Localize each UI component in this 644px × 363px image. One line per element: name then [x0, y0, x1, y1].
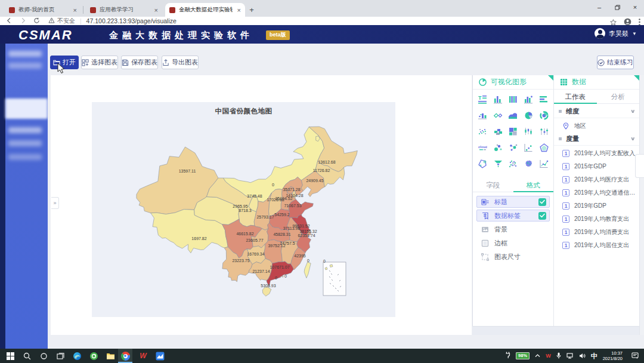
network-display-icon[interactable]: [566, 350, 574, 361]
save-chart-button[interactable]: 保存图表: [121, 56, 158, 69]
cortana-icon[interactable]: [36, 349, 51, 363]
tab-worksheet[interactable]: 工作表: [554, 90, 597, 103]
chart-type-scatter-line-icon[interactable]: [539, 159, 549, 169]
chart-type-histogram-icon[interactable]: [524, 94, 534, 104]
chevron-down-icon[interactable]: ∨: [630, 136, 635, 141]
chart-type-radar-icon[interactable]: [539, 143, 549, 153]
csmar-client-icon[interactable]: [153, 349, 167, 363]
measure-item[interactable]: 12019年人均消费支出: [554, 226, 639, 239]
chevron-down-icon[interactable]: ∨: [630, 109, 635, 114]
chart-type-china-map-icon[interactable]: [524, 159, 534, 169]
chart-type-polygon-funnel-icon[interactable]: [478, 159, 488, 169]
sidebar-item-blurred[interactable]: [8, 63, 42, 69]
measure-item[interactable]: 12019年GDP: [554, 199, 639, 213]
speaker-icon[interactable]: [579, 350, 586, 361]
user-menu[interactable]: 李昊燚 ▼: [595, 28, 637, 39]
chart-type-treemap-icon[interactable]: [508, 127, 518, 137]
file-explorer-icon[interactable]: [103, 349, 117, 363]
edge-browser-icon[interactable]: [70, 349, 84, 363]
format-item-data-labels[interactable]: 数据标签: [476, 210, 550, 222]
end-practice-button[interactable]: 结束练习: [597, 56, 634, 69]
sidebar-item-blurred[interactable]: [8, 140, 42, 146]
start-button-icon[interactable]: [3, 349, 17, 363]
dimension-section-header[interactable]: 维度 ∨: [554, 105, 639, 118]
measure-item[interactable]: 12019年人均居住支出: [554, 239, 639, 252]
measure-section-header[interactable]: 度量 ∨: [554, 133, 639, 146]
left-sidebar[interactable]: [0, 44, 48, 349]
sidebar-item-selected[interactable]: [5, 99, 48, 119]
chart-type-bubble-icon[interactable]: [493, 143, 503, 153]
measure-item[interactable]: 12019年人均交通通信支出: [554, 186, 639, 199]
chrome-browser-icon[interactable]: [118, 349, 132, 363]
security-label[interactable]: 不安全: [57, 17, 75, 25]
export-chart-button[interactable]: 导出图表: [162, 56, 199, 69]
ime-indicator[interactable]: 中: [591, 352, 597, 361]
hidden-icons-chevron[interactable]: [535, 353, 540, 359]
chart-type-step-scatter-icon[interactable]: [524, 143, 534, 153]
right-scroll-strip[interactable]: [639, 75, 644, 335]
chart-type-lollipop-icon[interactable]: [539, 127, 549, 137]
notification-center-icon[interactable]: [631, 350, 639, 361]
tab-close-icon[interactable]: ×: [233, 7, 241, 14]
url-text[interactable]: 47.100.223.13:93/page/visualize: [86, 17, 177, 24]
chart-type-scatter-cluster-icon[interactable]: [508, 159, 518, 169]
window-close-button[interactable]: ×: [626, 0, 644, 16]
checkbox-checked[interactable]: [538, 198, 546, 206]
sidebar-item-blurred[interactable]: [8, 154, 42, 160]
browser-tab-learning[interactable]: 应用教学学习 ×: [86, 3, 162, 17]
browser-tab-home[interactable]: 教师-我的首页 ×: [5, 3, 81, 17]
microphone-icon[interactable]: [556, 350, 561, 361]
dimension-item[interactable]: 地区: [554, 119, 639, 133]
chart-type-column-stripes-icon[interactable]: [508, 94, 518, 104]
map-region-hainan[interactable]: [262, 287, 271, 296]
tab-fields[interactable]: 字段: [473, 178, 513, 192]
measure-item[interactable]: 12019年人均可支配收入: [554, 147, 639, 160]
map-region-aomen[interactable]: [280, 276, 281, 278]
wps-icon[interactable]: W: [136, 349, 150, 363]
map-region-xianggang[interactable]: [282, 276, 283, 277]
reload-icon[interactable]: [33, 17, 40, 25]
sidebar-expand-handle[interactable]: »: [51, 197, 59, 209]
chart-type-bar-icon[interactable]: [493, 94, 503, 104]
map-region-taiwan[interactable]: [304, 262, 311, 278]
chart-type-horizontal-bar-icon[interactable]: [539, 94, 549, 104]
forward-icon[interactable]: [20, 17, 26, 25]
format-item-chart-size[interactable]: 图表尺寸: [476, 251, 550, 263]
tab-close-icon[interactable]: ×: [150, 7, 158, 14]
wps-tray-icon[interactable]: W: [546, 353, 551, 359]
window-minimize-button[interactable]: –: [590, 0, 608, 16]
select-chart-button[interactable]: 选择图表: [81, 56, 118, 69]
chart-type-wordcloud-icon[interactable]: cloud: [478, 143, 488, 153]
sidebar-item-blurred[interactable]: [8, 127, 42, 133]
chart-type-boxplot-icon[interactable]: [493, 110, 503, 121]
sidebar-item-blurred[interactable]: [8, 51, 42, 57]
checkbox-checked[interactable]: [538, 212, 546, 220]
window-restore-button[interactable]: [608, 0, 626, 16]
tab-analysis[interactable]: 分析: [597, 90, 640, 103]
chart-type-combo-bar-scatter-icon[interactable]: [478, 110, 488, 121]
chart-type-funnel-icon[interactable]: [493, 159, 503, 169]
measure-item[interactable]: 12019年人均教育支出: [554, 213, 639, 226]
right-collapse-handle[interactable]: [635, 154, 644, 178]
chart-type-candlestick-icon[interactable]: [524, 127, 534, 137]
new-tab-button[interactable]: +: [247, 5, 256, 15]
format-item-border[interactable]: 边框: [476, 237, 550, 249]
measure-item[interactable]: 12015年GDP: [554, 160, 639, 173]
clock[interactable]: 10:37 2021/8/20: [603, 350, 623, 361]
chart-type-area-icon[interactable]: [508, 110, 518, 121]
task-view-icon[interactable]: [53, 349, 67, 363]
tab-format[interactable]: 格式: [513, 178, 554, 192]
chart-type-network-icon[interactable]: [508, 143, 518, 153]
format-item-background[interactable]: 背景: [476, 223, 550, 235]
battery-indicator[interactable]: 98%: [516, 352, 530, 359]
chart-type-text-table-icon[interactable]: T: [478, 94, 488, 104]
browser-tab-active[interactable]: 金融大数据处理实验软件 ×: [165, 3, 245, 17]
chart-type-pie-icon[interactable]: [524, 110, 534, 121]
chart-type-stacked-blocks-icon[interactable]: [493, 127, 503, 137]
chart-type-rose-icon[interactable]: [539, 110, 549, 121]
back-icon[interactable]: [6, 17, 13, 25]
360-browser-icon[interactable]: [86, 349, 101, 363]
search-icon[interactable]: [20, 349, 34, 363]
csmar-logo[interactable]: CSMAR: [18, 27, 73, 43]
chart-type-scatter-icon[interactable]: [478, 127, 488, 137]
